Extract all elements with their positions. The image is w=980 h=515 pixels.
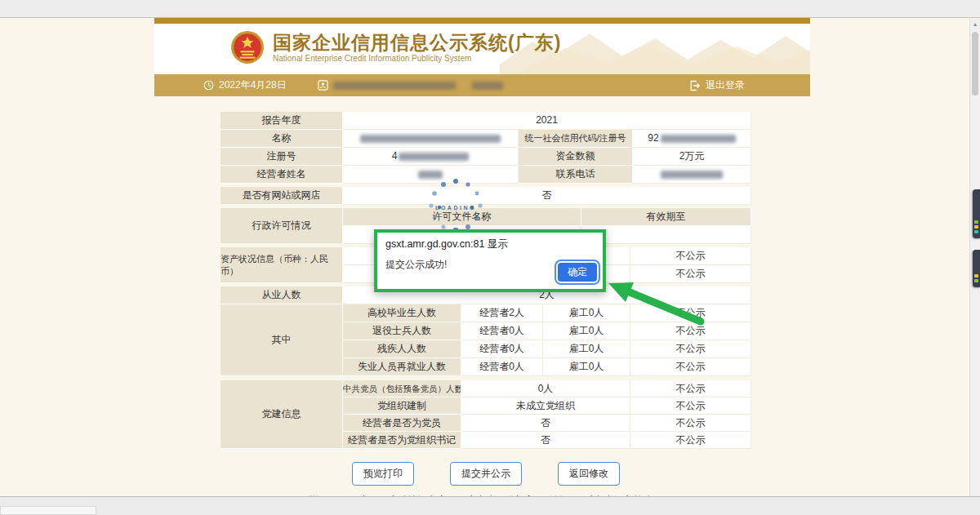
cell-value: 否 [461,432,630,449]
cell-label: 党建信息 [220,380,343,449]
scrollbar-thumb[interactable] [972,32,978,95]
redacted-text [661,135,736,143]
status-bar-bubble [0,506,96,515]
cell-valid-until [581,226,751,244]
cell-label: 经营者姓名 [220,166,343,184]
cell-label: 注册号 [220,148,343,166]
cell-label: 资产状况信息（币种：人民币） [220,247,343,283]
cell-sublabel: 退役士兵人数 [343,322,461,340]
browser-page: 国家企业信用信息公示系统(广东) National Enterprise Cre… [0,18,980,496]
cell-sublabel: 经营者是否为党组织书记 [343,432,461,449]
cell-company-name [343,130,519,148]
section-website: 是否有网站或网店 否 [220,187,751,205]
submit-publicize-button[interactable]: 提交并公示 [450,462,522,486]
table-row: 党组织建制 未成立党组织 不公示 [343,397,751,415]
alert-ok-button[interactable]: 确定 [558,263,597,282]
cell-website-answer: 否 [343,187,751,205]
cell-value: 否 [461,415,630,432]
table-row: 许可文件名称 有效期至 [343,208,751,226]
employee-breakdown-group: 其中 高校毕业生人数 经营者2人 雇工0人 不公示 退役士兵人数 经营者0人 雇… [220,304,751,376]
edge-extension-widget[interactable] [973,189,980,238]
logout-button[interactable]: 退出登录 [689,78,745,92]
cell-publicity-status: 不公示 [630,380,751,397]
cell-sublabel: 中共党员（包括预备党员）人数 [343,380,461,397]
widget-dot [974,279,978,282]
cell-label: 资金数额 [519,148,633,166]
cell-publicity-status: 不公示 [630,304,751,322]
clock-icon [203,80,214,91]
logout-label: 退出登录 [706,78,745,92]
alert-dialog: gsxt.amr.gd.gov.cn:81 显示 提交公示成功! 确定 [374,229,606,292]
logged-in-entity [318,80,503,91]
table-row: 残疾人人数 经营者0人 雇工0人 不公示 [343,340,751,358]
cell-employee-count: 雇工0人 [543,322,630,340]
cell-publicity-status: 不公示 [630,247,751,265]
cell-label: 其中 [220,304,343,376]
redacted-text [661,171,723,179]
alert-dialog-source: gsxt.amr.gd.gov.cn:81 显示 [385,238,595,251]
return-modify-button[interactable]: 返回修改 [558,462,620,486]
cell-label: 从业人数 [220,286,343,304]
site-subtitle: National Enterprise Credit Information P… [273,53,561,64]
cell-sublabel: 高校毕业生人数 [343,304,461,322]
site-title: 国家企业信用信息公示系统(广东) [273,32,561,53]
redacted-entity-suffix [472,82,503,90]
table-row: 经营者姓名 联系电话 [220,166,751,184]
site-content-column: 国家企业信用信息公示系统(广东) National Enterprise Cre… [154,18,810,96]
national-emblem-logo [230,30,265,64]
cell-operator-count: 经营者0人 [461,340,543,358]
table-row: 经营者是否为党员 否 不公示 [343,415,751,432]
cell-operator-count: 经营者2人 [461,304,543,322]
table-row: 退役士兵人数 经营者0人 雇工0人 不公示 [343,322,751,340]
cell-value: 未成立党组织 [461,397,630,415]
cell-publicity-status: 不公示 [630,432,751,449]
cell-header-license-doc: 许可文件名称 [343,208,581,226]
cell-label: 统一社会信用代码/注册号 [519,130,633,148]
cell-publicity-status: 不公示 [630,415,751,432]
redacted-text [360,135,501,143]
cell-report-year: 2021 [343,112,751,130]
redacted-text [399,153,469,161]
cell-publicity-status: 不公示 [630,322,751,340]
action-buttons: 预览打印 提交并公示 返回修改 [220,462,751,486]
section-party-building: 党建信息 中共党员（包括预备党员）人数 0人 不公示 党组织建制 未成立党组织 … [220,380,751,449]
annual-report-table: 报告年度 2021 名称 统一社会信用代码/注册号 92 注册号 4 资金数额 … [220,112,751,496]
cell-operator-count: 经营者0人 [461,322,543,340]
cell-label: 行政许可情况 [220,208,343,244]
preview-print-button[interactable]: 预览打印 [352,462,414,486]
cell-operator-count: 经营者0人 [461,358,543,376]
cell-label: 报告年度 [220,112,343,130]
cell-header-valid-until: 有效期至 [581,208,751,226]
scrollbar-up-arrow[interactable]: ▲ [970,21,980,28]
current-date: 2022年4月28日 [219,78,287,92]
cell-employee-count: 雇工0人 [543,358,630,376]
widget-dot [974,230,978,233]
cell-sublabel: 失业人员再就业人数 [343,358,461,376]
table-row: 高校毕业生人数 经营者2人 雇工0人 不公示 [343,304,751,322]
cell-credit-code: 92 [633,130,751,148]
section-employees: 从业人数 2人 其中 高校毕业生人数 经营者2人 雇工0人 不公示 退役士兵人数… [220,286,751,376]
widget-dot [974,225,978,229]
table-row: 是否有网站或网店 否 [220,187,751,205]
table-row: 经营者是否为党组织书记 否 不公示 [343,432,751,449]
id-badge-icon [318,80,328,91]
cell-capital-amount: 2万元 [633,148,751,166]
cell-label: 联系电话 [519,166,633,184]
gold-navbar: 2022年4月28日 退出登录 [154,74,810,96]
redacted-text [418,171,443,179]
cell-publicity-status: 不公示 [630,340,751,358]
cell-label: 名称 [220,130,343,148]
logout-icon [689,80,701,91]
cell-employee-count: 雇工0人 [543,340,630,358]
cell-sublabel: 残疾人人数 [343,340,461,358]
cell-phone [633,166,751,184]
widget-dot [974,274,978,277]
redacted-entity-name [333,82,456,90]
cell-sublabel: 党组织建制 [343,397,461,415]
edge-extension-widget[interactable] [973,250,980,287]
cell-value: 0人 [461,380,630,397]
cell-publicity-status: 不公示 [630,397,751,415]
table-row: 注册号 4 资金数额 2万元 [220,148,751,166]
cell-sublabel: 经营者是否为党员 [343,415,461,432]
table-row: 报告年度 2021 [220,112,751,130]
